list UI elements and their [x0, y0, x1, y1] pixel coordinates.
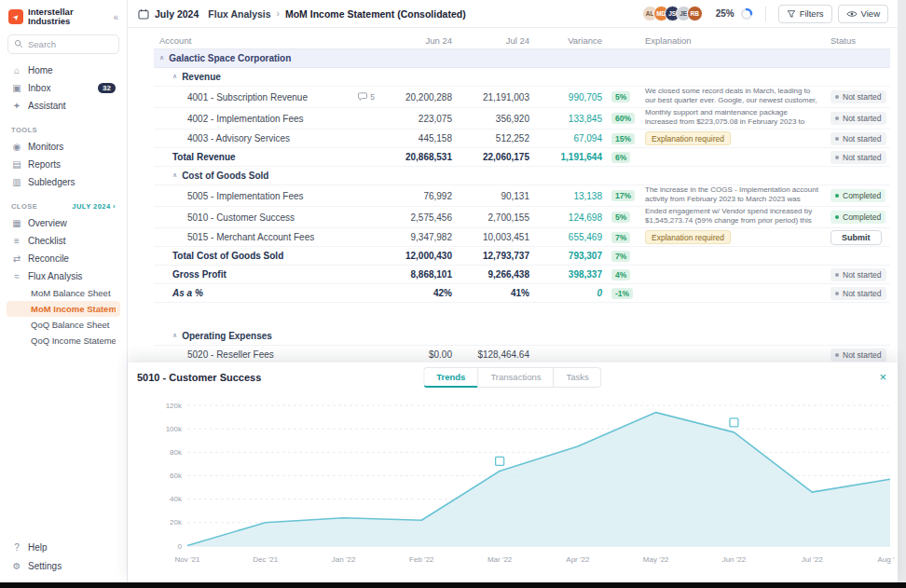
status-badge[interactable]: Not started	[830, 349, 886, 362]
tab-tasks[interactable]: Tasks	[553, 367, 601, 388]
view-button[interactable]: View	[838, 5, 888, 23]
sidebar-item-qoq-balance-sheet[interactable]: QoQ Balance Sheet	[7, 317, 120, 333]
sidebar-item-subledgers[interactable]: ▥Subledgers	[7, 173, 120, 191]
column-header-explanation[interactable]: Explanation	[645, 35, 830, 46]
tab-transactions[interactable]: Transactions	[477, 367, 554, 388]
sidebar-item-assistant[interactable]: ✦Assistant	[7, 97, 120, 115]
status-badge[interactable]: Not started	[830, 151, 886, 164]
table-row[interactable]: Total Cost of Goods Sold12,000,43012,793…	[154, 247, 890, 266]
explanation-required-chip[interactable]: Explanation required	[645, 230, 731, 244]
section-row[interactable]: ∧Revenue	[154, 68, 890, 87]
sidebar-tools-nav: ◉Monitors▤Reports▥Subledgers	[7, 138, 120, 191]
breadcrumb-section[interactable]: Flux Analysis	[208, 8, 270, 20]
column-header-jul-24[interactable]: Jul 24	[454, 35, 531, 46]
explanation-text[interactable]: We closed some record deals in March, le…	[645, 87, 830, 107]
status-label: Not started	[843, 134, 882, 144]
collapse-caret-icon[interactable]: ∧	[159, 54, 164, 62]
close-period-link[interactable]: JULY 2024 ›	[72, 202, 116, 211]
close-section-label: CLOSE JULY 2024 ›	[11, 202, 116, 211]
detail-drawer: 5010 - Customer Success TrendsTransactio…	[128, 362, 898, 582]
sidebar-collapse-icon[interactable]: «	[113, 12, 118, 22]
section-row[interactable]: ∧Cost of Goods Sold	[154, 167, 890, 185]
filters-button[interactable]: Filters	[778, 5, 832, 23]
column-header-jun-24[interactable]: Jun 24	[382, 35, 454, 46]
status-badge[interactable]: Completed	[830, 189, 885, 202]
sidebar-item-label: Monitors	[28, 142, 116, 152]
jul-value: 41%	[454, 288, 531, 298]
collapse-caret-icon[interactable]: ∧	[172, 171, 177, 179]
jun-value: 9,347,982	[382, 232, 454, 242]
sidebar-item-mom-balance-sheet[interactable]: MoM Balance Sheet	[7, 285, 120, 301]
sidebar-item-qoq-income-statement[interactable]: QoQ Income Statement	[7, 333, 120, 349]
section-row[interactable]: ∧Operating Expenses	[154, 327, 890, 346]
submit-button[interactable]: Submit	[830, 230, 882, 245]
breadcrumb-period[interactable]: July 2024	[155, 8, 199, 20]
sidebar-item-mom-income-statement[interactable]: MoM Income Statement	[7, 301, 120, 317]
variance-percent-chip: -1%	[611, 288, 633, 299]
search-input[interactable]: Search	[7, 34, 119, 54]
variance-value: 398,337	[531, 269, 604, 280]
svg-text:20k: 20k	[170, 518, 183, 526]
group-row[interactable]: ∧Galactic Space Corporation	[154, 49, 890, 68]
table-row[interactable]: 5005 - Implementation Fees76,99290,13113…	[154, 185, 890, 207]
explanation-required-chip[interactable]: Explanation required	[645, 131, 731, 145]
account-label: 5010 - Customer Success	[187, 212, 295, 223]
svg-text:Aug '22: Aug '22	[878, 555, 895, 564]
checklist-icon: ≡	[11, 236, 22, 246]
table-row[interactable]: 4001 - Subscription Revenue520,200,28821…	[154, 87, 890, 108]
sidebar-item-home[interactable]: ⌂Home	[7, 62, 120, 79]
table-row[interactable]: 4003 - Advisory Services445,158512,25267…	[154, 130, 890, 148]
svg-text:Jun '22: Jun '22	[722, 555, 747, 564]
column-header-account[interactable]: Account	[154, 35, 382, 46]
avatar-group[interactable]: ALMDJSJERB	[642, 6, 703, 21]
close-icon[interactable]: ×	[879, 371, 886, 383]
sidebar-item-checklist[interactable]: ≡Checklist	[7, 232, 120, 250]
table-row[interactable]: 5010 - Customer Success2,575,4562,700,15…	[154, 207, 890, 228]
status-badge[interactable]: Not started	[830, 287, 886, 300]
jun-value: 20,868,531	[382, 152, 454, 162]
sidebar-item-reports[interactable]: ▤Reports	[7, 156, 120, 173]
status-label: Completed	[843, 191, 881, 200]
variance-percent-chip: 4%	[611, 269, 630, 280]
table-row[interactable]: Gross Profit8,868,1019,266,438398,3374%N…	[154, 266, 890, 284]
status-label: Not started	[843, 289, 882, 298]
table-row[interactable]: As a %42%41%0-1%Not started	[154, 284, 890, 303]
sidebar-item-label: MoM Income Statement	[31, 304, 116, 314]
comments-indicator[interactable]: 5	[358, 92, 382, 103]
status-badge[interactable]: Completed	[830, 211, 885, 224]
sidebar-item-monitors[interactable]: ◉Monitors	[7, 138, 120, 156]
drawer-header: 5010 - Customer Success TrendsTransactio…	[128, 362, 898, 385]
svg-text:Dec '21: Dec '21	[253, 555, 278, 564]
drawer-title: 5010 - Customer Success	[137, 372, 261, 383]
filter-icon	[787, 9, 796, 19]
explanation-text[interactable]: Monthly support and maintenance package …	[645, 108, 830, 129]
account-label: 5020 - Reseller Fees	[187, 349, 274, 360]
jun-value: 445,158	[382, 133, 454, 144]
tab-trends[interactable]: Trends	[423, 367, 478, 388]
trend-chart[interactable]: 020k40k60k80k100k120kNov '21Dec '21Jan '…	[154, 394, 895, 568]
sidebar-item-flux-analysis[interactable]: ≈Flux Analysis	[7, 267, 120, 285]
status-badge[interactable]: Not started	[830, 268, 886, 281]
sidebar-item-overview[interactable]: ▦Overview	[7, 214, 120, 232]
sidebar-item-reconcile[interactable]: ⇄Reconcile	[7, 250, 120, 267]
avatar[interactable]: RB	[687, 6, 703, 21]
table-row[interactable]: Total Revenue20,868,53122,060,1751,191,6…	[154, 148, 890, 167]
sidebar-item-settings[interactable]: ⚙Settings	[7, 556, 120, 575]
company-name: Interstellar Industries	[28, 7, 108, 27]
collapse-caret-icon[interactable]: ∧	[172, 332, 177, 339]
column-header-variance[interactable]: Variance	[531, 35, 604, 46]
column-header-status[interactable]: Status	[830, 35, 890, 46]
status-badge[interactable]: Not started	[830, 132, 886, 145]
sidebar-item-help[interactable]: ?Help	[7, 538, 120, 556]
explanation-text[interactable]: The increase in the COGS - Implementatio…	[645, 185, 830, 206]
sidebar-item-inbox[interactable]: ▣Inbox32	[7, 79, 120, 97]
explanation-text[interactable]: Ended engagement w/ Vendor spend increas…	[645, 207, 830, 227]
status-label: Completed	[843, 212, 881, 222]
status-badge[interactable]: Not started	[830, 112, 886, 125]
status-badge[interactable]: Not started	[830, 90, 886, 103]
tools-section-label: TOOLS	[11, 126, 116, 134]
jun-value: 12,000,430	[382, 251, 454, 261]
table-row[interactable]: 5015 - Merchant Account Fees9,347,98210,…	[154, 228, 890, 247]
table-row[interactable]: 4002 - Implementation Fees223,075356,920…	[154, 108, 890, 130]
collapse-caret-icon[interactable]: ∧	[172, 73, 177, 80]
